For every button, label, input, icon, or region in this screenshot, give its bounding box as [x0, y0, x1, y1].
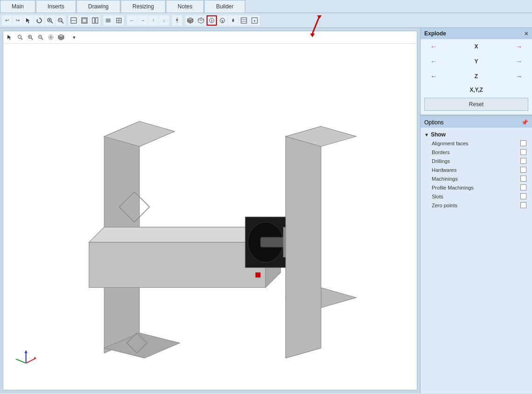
show-section: ▼ Show Alignment faces Borders Drillings… — [421, 128, 532, 211]
tab-drawing[interactable]: Drawing — [76, 0, 120, 13]
y-minus-button[interactable]: ← — [424, 58, 443, 65]
show-label: Show — [431, 131, 446, 138]
svg-line-29 — [201, 19, 204, 20]
y-axis-label: Y — [447, 58, 506, 65]
svg-line-28 — [198, 19, 201, 20]
align-btn-1[interactable] — [103, 15, 113, 26]
view-btn-3[interactable] — [90, 15, 100, 26]
canvas-zoom-out[interactable] — [36, 33, 45, 42]
drillings-checkbox[interactable] — [520, 158, 526, 164]
canvas-select-btn[interactable] — [5, 33, 14, 42]
alignment-faces-row: Alignment faces — [424, 139, 528, 148]
explode-close-button[interactable]: × — [525, 30, 528, 37]
highlighted-button[interactable]: $ — [207, 15, 217, 26]
arrow-btn-up[interactable]: ↑ — [148, 15, 159, 26]
tab-resizing[interactable]: Resizing — [121, 0, 166, 13]
svg-line-50 — [41, 38, 43, 40]
main-layout: ▼ — [0, 28, 532, 393]
arrow-btn-left[interactable]: ← — [127, 15, 137, 26]
explode-y-row: ← Y → — [421, 54, 532, 69]
canvas-zoom-all[interactable] — [15, 33, 25, 42]
svg-marker-62 — [89, 242, 266, 287]
z-axis-label: Z — [447, 73, 506, 80]
svg-point-53 — [48, 35, 53, 40]
x-minus-button[interactable]: ← — [424, 43, 443, 50]
options-panel: Options 📌 ▼ Show Alignment faces Borders — [421, 117, 532, 393]
explode-panel: Explode × ← X → ← Y → ← Z → X,Y,Z Re — [421, 28, 532, 115]
svg-rect-34 — [241, 18, 247, 23]
canvas-zoom-in[interactable] — [26, 33, 35, 42]
show-toggle-label[interactable]: ▼ Show — [424, 129, 528, 139]
zero-points-row: Zero points — [424, 201, 528, 210]
svg-line-44 — [21, 38, 22, 40]
slots-checkbox[interactable] — [520, 193, 526, 199]
3d-viewport[interactable] — [3, 44, 417, 390]
view-btn-2[interactable] — [79, 15, 90, 26]
explode-x-row: ← X → — [421, 39, 532, 54]
zero-points-label: Zero points — [432, 203, 457, 208]
arrow-btn-right[interactable]: → — [138, 15, 148, 26]
slots-label: Slots — [432, 194, 443, 199]
btn-menu[interactable] — [249, 15, 260, 26]
zoom-in-button[interactable] — [45, 15, 55, 26]
tab-builder[interactable]: Builder — [204, 0, 245, 13]
tab-main[interactable]: Main — [0, 0, 35, 13]
tab-notes[interactable]: Notes — [166, 0, 204, 13]
svg-rect-13 — [96, 18, 98, 23]
profile-machinings-checkbox[interactable] — [520, 184, 526, 190]
profile-machinings-row: Profile Machinings — [424, 183, 528, 192]
x-plus-button[interactable]: → — [510, 43, 528, 50]
z-plus-button[interactable]: → — [510, 73, 528, 80]
rotate-button[interactable] — [34, 15, 44, 26]
cube-wireframe-button[interactable] — [196, 15, 206, 26]
slots-row: Slots — [424, 192, 528, 201]
btn-dollar[interactable]: $ — [217, 15, 228, 26]
explode-title: Explode — [424, 30, 446, 37]
reset-button[interactable]: Reset — [424, 98, 528, 111]
machinings-checkbox[interactable] — [520, 176, 526, 182]
options-pin-button[interactable]: 📌 — [521, 119, 528, 126]
z-minus-button[interactable]: ← — [424, 73, 443, 80]
hardwares-checkbox[interactable] — [520, 167, 526, 173]
y-plus-button[interactable]: → — [510, 58, 528, 65]
btn-grid[interactable] — [239, 15, 249, 26]
alignment-faces-checkbox[interactable] — [520, 140, 526, 146]
svg-text:$: $ — [211, 19, 213, 22]
borders-checkbox[interactable] — [520, 149, 526, 155]
svg-rect-56 — [3, 46, 417, 388]
zoom-out-button[interactable] — [55, 15, 66, 26]
explode-z-row: ← Z → — [421, 69, 532, 84]
main-toolbar: ↩ ↪ ← → ↑ ↓ $ $ — [0, 13, 532, 28]
canvas-fit[interactable] — [46, 33, 55, 42]
zero-points-checkbox[interactable] — [520, 202, 526, 208]
select-button[interactable] — [23, 15, 34, 26]
options-header: Options 📌 — [421, 117, 532, 128]
canvas-inner: ▼ — [3, 31, 417, 390]
options-title: Options — [424, 119, 443, 126]
svg-rect-12 — [92, 18, 95, 23]
svg-rect-72 — [256, 272, 261, 278]
profile-machinings-label: Profile Machinings — [432, 185, 474, 190]
svg-rect-11 — [83, 19, 86, 22]
align-btn-2[interactable] — [114, 15, 124, 26]
canvas-3d-view[interactable] — [56, 33, 66, 42]
borders-label: Borders — [432, 149, 450, 155]
tab-inserts[interactable]: Inserts — [36, 0, 76, 13]
redo-button[interactable]: ↪ — [13, 15, 23, 26]
menu-tabs: Main Inserts Drawing Resizing Notes Buil… — [0, 0, 532, 13]
cube-3d-button[interactable] — [185, 15, 195, 26]
view-btn-1[interactable] — [69, 15, 79, 26]
borders-row: Borders — [424, 148, 528, 156]
undo-button[interactable]: ↩ — [2, 15, 12, 26]
mirror-btn[interactable] — [172, 15, 182, 26]
svg-line-6 — [62, 21, 63, 23]
explode-panel-header: Explode × — [421, 28, 532, 39]
x-axis-label: X — [447, 43, 506, 50]
canvas-toolbar: ▼ — [3, 31, 417, 44]
btn-drop[interactable] — [228, 15, 238, 26]
arrow-btn-down[interactable]: ↓ — [159, 15, 169, 26]
drillings-label: Drillings — [432, 158, 450, 164]
drillings-row: Drillings — [424, 156, 528, 165]
canvas-area: ▼ — [0, 28, 420, 393]
canvas-extra[interactable]: ▼ — [69, 33, 79, 42]
